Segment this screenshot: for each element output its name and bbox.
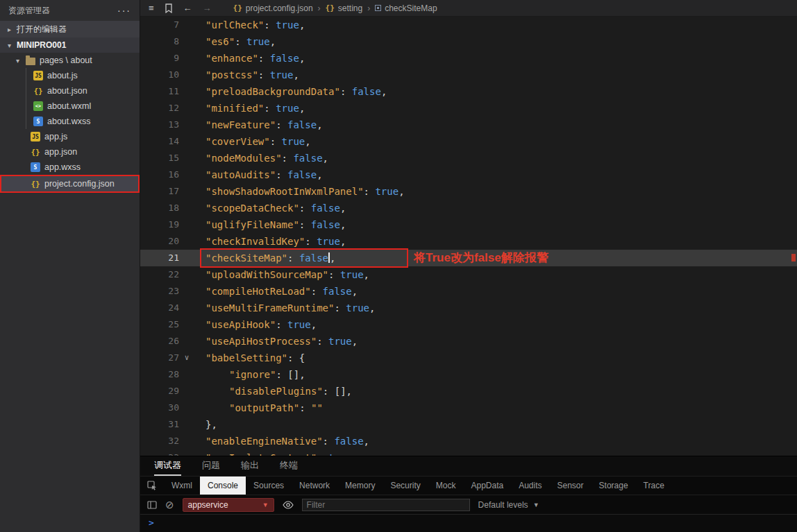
console-input-row[interactable]: > [140, 514, 797, 532]
execution-context-dropdown[interactable]: appservice ▼ [183, 498, 274, 512]
code-line-30[interactable]: 30"outputPath": "" [140, 400, 797, 416]
code-text: "useIsolateContext": true, [194, 449, 358, 456]
code-line-12[interactable]: 12"minified": true, [140, 100, 797, 117]
eye-icon[interactable] [283, 501, 294, 509]
code-line-24[interactable]: 24"useMultiFrameRuntime": true, [140, 300, 797, 316]
code-line-32[interactable]: 32"enableEngineNative": false, [140, 433, 797, 449]
code-text: }, [194, 416, 217, 433]
code-line-21[interactable]: 21"checkSiteMap": false,将True改为false解除报警 [140, 250, 797, 266]
menu-icon[interactable]: ≡ [149, 3, 154, 13]
devtools-tab-network[interactable]: Network [292, 477, 337, 495]
project-root-item[interactable]: ▾ MINIPRO001 [0, 37, 140, 53]
breadcrumb-separator: › [367, 3, 370, 13]
file-name: app.wxss [44, 162, 81, 172]
log-levels-dropdown[interactable]: Default levels ▼ [478, 500, 539, 510]
code-line-33[interactable]: 33"useIsolateContext": true, [140, 449, 797, 456]
file-name: about.json [47, 86, 87, 96]
line-number: 31 [140, 416, 179, 433]
fold-spacer [179, 117, 194, 133]
devtools-tab-wxml[interactable]: Wxml [164, 477, 200, 495]
back-arrow-icon[interactable]: ← [183, 3, 192, 13]
code-line-15[interactable]: 15"nodeModules": false, [140, 150, 797, 166]
console-filter-input[interactable] [302, 499, 470, 511]
code-line-27[interactable]: 27∨"babelSetting": { [140, 350, 797, 366]
inspect-element-icon[interactable] [140, 477, 164, 495]
code-line-31[interactable]: 31}, [140, 416, 797, 433]
explorer-more-button[interactable]: ··· [117, 5, 131, 16]
tree-item-about-wxml[interactable]: <>about.wxml [0, 98, 140, 114]
code-text: "preloadBackgroundData": false, [194, 83, 387, 100]
devtools-tab-audits[interactable]: Audits [511, 477, 549, 495]
panel-tab-1[interactable]: 问题 [202, 456, 220, 476]
line-number: 12 [140, 100, 179, 117]
tree-item-about-js[interactable]: JSabout.js [0, 68, 140, 83]
code-line-10[interactable]: 10"postcss": true, [140, 67, 797, 83]
devtools-tab-storage[interactable]: Storage [592, 477, 636, 495]
code-line-29[interactable]: 29"disablePlugins": [], [140, 383, 797, 400]
devtools-tab-console[interactable]: Console [200, 477, 246, 495]
json-icon: {} [31, 147, 40, 157]
panel-tab-2[interactable]: 输出 [241, 456, 259, 476]
tree-item-project-config-json[interactable]: {}project.config.json [0, 175, 140, 193]
tree-item-about-json[interactable]: {}about.json [0, 83, 140, 98]
code-line-25[interactable]: 25"useApiHook": true, [140, 316, 797, 333]
fold-spacer [179, 316, 194, 333]
code-line-11[interactable]: 11"preloadBackgroundData": false, [140, 83, 797, 100]
bookmark-icon[interactable] [165, 3, 173, 13]
line-number: 22 [140, 266, 179, 283]
fold-spacer [179, 33, 194, 50]
devtools-tab-mock[interactable]: Mock [428, 477, 464, 495]
code-line-18[interactable]: 18"scopeDataCheck": false, [140, 200, 797, 216]
code-text: "newFeature": false, [194, 117, 323, 133]
breadcrumb-label: setting [338, 3, 362, 13]
devtools-tab-security[interactable]: Security [383, 477, 428, 495]
console-toolbar: ⊘ appservice ▼ Default levels ▼ [140, 495, 797, 514]
console-sidebar-icon[interactable] [147, 501, 157, 509]
code-line-19[interactable]: 19"uglifyFileName": false, [140, 216, 797, 233]
code-line-9[interactable]: 9"enhance": false, [140, 50, 797, 67]
breadcrumb-item[interactable]: checkSiteMap [375, 3, 437, 13]
breadcrumb-item[interactable]: {}project.config.json [233, 3, 313, 13]
code-line-7[interactable]: 7"urlCheck": true, [140, 17, 797, 33]
code-line-26[interactable]: 26"useApiHostProcess": true, [140, 333, 797, 350]
forward-arrow-icon[interactable]: → [203, 3, 212, 13]
devtools-tab-sources[interactable]: Sources [246, 477, 292, 495]
code-line-23[interactable]: 23"compileHotReLoad": false, [140, 283, 797, 300]
tree-item-app-js[interactable]: JSapp.js [0, 129, 140, 144]
tree-item-about-wxss[interactable]: Sabout.wxss [0, 114, 140, 129]
devtools-tab-memory[interactable]: Memory [337, 477, 383, 495]
line-number: 21 [140, 250, 179, 266]
file-explorer: 资源管理器 ··· ▸ 打开的编辑器 ▾ MINIPRO001 ▾pages \… [0, 0, 140, 532]
code-editor[interactable]: 7"urlCheck": true,8"es6": true,9"enhance… [140, 17, 797, 456]
code-line-20[interactable]: 20"checkInvalidKey": true, [140, 233, 797, 250]
chevron-down-icon: ▾ [14, 57, 22, 65]
tree-item-app-json[interactable]: {}app.json [0, 144, 140, 160]
panel-tab-0[interactable]: 调试器 [154, 456, 181, 476]
tree-item-pages-about[interactable]: ▾pages \ about [0, 53, 140, 68]
code-line-13[interactable]: 13"newFeature": false, [140, 117, 797, 133]
code-line-17[interactable]: 17"showShadowRootInWxmlPanel": true, [140, 183, 797, 200]
clear-console-icon[interactable]: ⊘ [165, 499, 174, 511]
code-line-14[interactable]: 14"coverView": true, [140, 133, 797, 150]
fold-icon[interactable]: ∨ [179, 350, 194, 366]
code-text: "showShadowRootInWxmlPanel": true, [194, 183, 405, 200]
code-text: "es6": true, [194, 33, 276, 50]
breadcrumb-item[interactable]: {}setting [326, 3, 363, 13]
wxss-icon: S [33, 117, 43, 126]
panel-tab-3[interactable]: 终端 [280, 456, 298, 476]
chevron-down-icon: ▾ [6, 42, 13, 49]
code-line-8[interactable]: 8"es6": true, [140, 33, 797, 50]
devtools-tab-appdata[interactable]: AppData [463, 477, 511, 495]
devtools-tab-trace[interactable]: Trace [636, 477, 672, 495]
code-line-22[interactable]: 22"uploadWithSourceMap": true, [140, 266, 797, 283]
fold-spacer [179, 233, 194, 250]
file-tree: ▾pages \ aboutJSabout.js{}about.json<>ab… [0, 53, 140, 193]
indent-guide [26, 68, 26, 129]
execution-context-label: appservice [188, 500, 228, 510]
json-icon: {} [326, 3, 335, 12]
devtools-tab-sensor[interactable]: Sensor [550, 477, 592, 495]
code-line-16[interactable]: 16"autoAudits": false, [140, 166, 797, 183]
code-line-28[interactable]: 28"ignore": [], [140, 366, 797, 383]
tree-item-app-wxss[interactable]: Sapp.wxss [0, 160, 140, 175]
open-editors-section[interactable]: ▸ 打开的编辑器 [0, 21, 140, 37]
